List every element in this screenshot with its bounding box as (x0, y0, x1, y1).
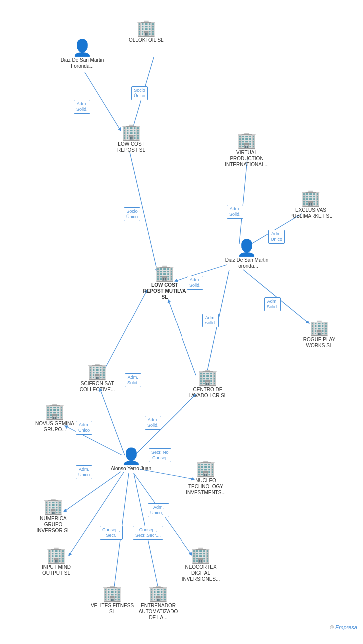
label-entrenador: ENTRENADOR AUTOMATIZADO DE LA... (136, 603, 181, 621)
svg-line-1 (85, 72, 121, 131)
label-diaz-mid: Diaz De San Martin Foronda... (224, 257, 269, 269)
badge-adm-solid-1: Adm.Solid. (74, 100, 90, 114)
building-icon-ng: 🏢 (45, 403, 65, 419)
building-icon-entrenador: 🏢 (148, 585, 168, 601)
node-alonso[interactable]: 👤 Alonso Yerro Juan (111, 448, 151, 472)
badge-adm-unico-4: Adm.Unico,... (148, 503, 169, 517)
svg-line-8 (168, 300, 196, 375)
label-numerica: NUMERICA GRUPO INVERSOR SL (31, 516, 76, 534)
label-nucleo: NUCLEO TECHNOLOGY INVESTMENTS... (183, 478, 228, 496)
badge-adm-solid-4: Adm.Solid. (264, 297, 281, 311)
label-scifron: SCIFRON SAT COLLECTIVE... (75, 381, 120, 393)
building-icon-neocortex: 🏢 (191, 547, 211, 563)
node-olloki[interactable]: 🏢 OLLOKI OIL SL (129, 20, 164, 43)
building-icon-cl: 🏢 (198, 369, 218, 385)
building-icon-im: 🏢 (46, 547, 66, 563)
svg-line-11 (100, 388, 125, 455)
label-lcr: LOW COST REPOST SL (109, 141, 154, 153)
building-icon-olloki: 🏢 (136, 20, 156, 36)
node-diaz-top[interactable]: 👤 Diaz De San Martin Foronda... (60, 40, 105, 69)
badge-socio-unico-2: SocioÚnico (124, 207, 140, 221)
svg-line-3 (239, 159, 247, 244)
connection-arrows (0, 0, 363, 634)
node-low-cost-mutilva[interactable]: 🏢 LOW COST REPOST MUTILVA SL (142, 265, 187, 300)
svg-line-16 (69, 472, 124, 556)
building-icon-exclusivas: 🏢 (301, 190, 321, 206)
node-low-cost-repost[interactable]: 🏢 LOW COST REPOST SL (109, 124, 154, 153)
node-rogue-play[interactable]: 🏢 ROGUE PLAY WORKS SL (297, 320, 342, 349)
badge-adm-unico-1: Adm.Unico (268, 230, 285, 244)
node-nucleo[interactable]: 🏢 NUCLEO TECHNOLOGY INVESTMENTS... (183, 460, 228, 496)
label-diaz-top: Diaz De San Martin Foronda... (60, 57, 105, 69)
node-exclusivas[interactable]: 🏢 EXCLUSIVAS PUBLIMARKET SL (288, 190, 333, 219)
label-vp: VIRTUAL PRODUCTION INTERNATIONAL... (224, 150, 269, 168)
node-centro-lavado[interactable]: 🏢 CENTRO DE LAVADO LCR SL (185, 369, 230, 399)
node-input-mind[interactable]: 🏢 INPUT MIND OUTPUT SL (34, 547, 79, 576)
node-scifron[interactable]: 🏢 SCIFRON SAT COLLECTIVE... (75, 363, 120, 393)
person-icon-diaz-top: 👤 (72, 40, 92, 56)
node-numerica[interactable]: 🏢 NUMERICA GRUPO INVERSOR SL (31, 498, 76, 534)
node-diaz-mid[interactable]: 👤 Diaz De San Martin Foronda... (224, 240, 269, 269)
building-icon-rp: 🏢 (309, 320, 329, 335)
building-icon-vp: 🏢 (237, 132, 257, 148)
node-entrenador[interactable]: 🏢 ENTRENADOR AUTOMATIZADO DE LA... (136, 585, 181, 621)
building-icon-velites: 🏢 (102, 585, 122, 601)
copyright-symbol: © (330, 625, 334, 630)
badge-socio-unico-1: SocioÚnico (131, 86, 148, 100)
label-exclusivas: EXCLUSIVAS PUBLIMARKET SL (288, 207, 333, 219)
badge-adm-solid-6: Adm.Solid. (125, 373, 141, 387)
svg-line-6 (243, 270, 309, 323)
badge-adm-solid-2: Adm.Solid. (227, 205, 243, 219)
badge-consej-secr-2: Consej. ,Secr.,Secr.... (133, 526, 163, 540)
label-im: INPUT MIND OUTPUT SL (34, 564, 79, 576)
badge-adm-unico-3: Adm.Unico (76, 465, 92, 479)
label-velites: VELITES FITNESS SL (90, 603, 135, 615)
diagram-container: 🏢 OLLOKI OIL SL 👤 Diaz De San Martin For… (0, 0, 363, 634)
badge-consej-secr-1: Consej. ,Secr. (100, 526, 123, 540)
badge-adm-solid-3: Adm.Solid. (187, 276, 203, 290)
label-lcm: LOW COST REPOST MUTILVA SL (142, 282, 187, 300)
node-novus-gemina[interactable]: 🏢 NOVUS GEMINA GRUPO... (32, 403, 77, 433)
badge-adm-unico-2: Adm.Unico (76, 421, 92, 435)
label-cl: CENTRO DE LAVADO LCR SL (185, 387, 230, 399)
label-olloki: OLLOKI OIL SL (129, 37, 164, 43)
building-icon-lcr: 🏢 (121, 124, 141, 140)
footer: © Empresa (330, 624, 357, 630)
label-neocortex: NEOCORTEX DIGITAL INVERSIONES... (179, 564, 223, 582)
badge-adm-solid-5: Adm.Solid. (202, 314, 219, 327)
building-icon-lcm: 🏢 (155, 265, 175, 281)
label-alonso: Alonso Yerro Juan (111, 466, 151, 472)
svg-line-12 (135, 394, 196, 455)
brand-name: Empresa (335, 624, 357, 630)
node-neocortex[interactable]: 🏢 NEOCORTEX DIGITAL INVERSIONES... (179, 547, 223, 582)
person-icon-diaz-mid: 👤 (237, 240, 257, 256)
person-icon-alonso: 👤 (121, 448, 141, 464)
building-icon-nucleo: 🏢 (196, 460, 216, 476)
label-ng: NOVUS GEMINA GRUPO... (32, 421, 77, 433)
label-rp: ROGUE PLAY WORKS SL (297, 337, 342, 349)
building-icon-numerica: 🏢 (43, 498, 63, 514)
building-icon-scifron: 🏢 (87, 363, 107, 379)
node-velites[interactable]: 🏢 VELITES FITNESS SL (90, 585, 135, 615)
badge-adm-solid-7: Adm.Solid. (145, 416, 161, 430)
node-virtual-prod[interactable]: 🏢 VIRTUAL PRODUCTION INTERNATIONAL... (224, 132, 269, 168)
badge-secr-no-consej: Secr. NoConsej. (149, 448, 171, 462)
